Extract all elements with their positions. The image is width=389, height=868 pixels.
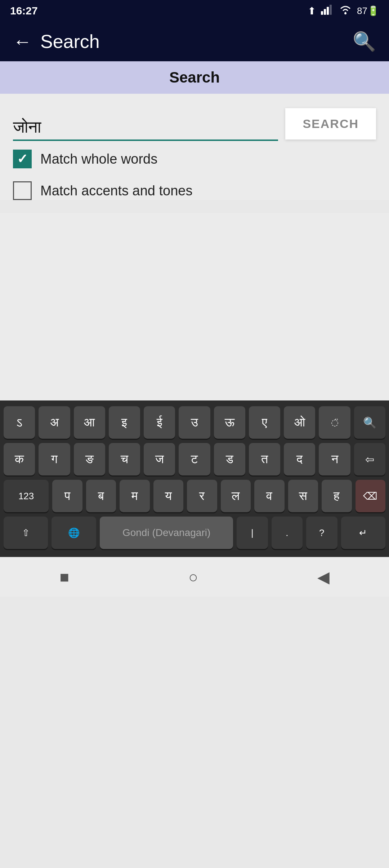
match-whole-words-row: ✓ Match whole words: [13, 150, 376, 168]
status-bar: 16:27 ⬆ 87🔋: [0, 0, 389, 22]
key-pipe[interactable]: |: [237, 517, 268, 549]
keyboard-row-3: 123 प ब म य र ल व स ह ⌫: [4, 480, 385, 512]
key-o[interactable]: ओ: [284, 406, 315, 439]
keyboard-row-2: क ग ङ च ज ट ड त द न ⇦: [4, 443, 385, 475]
key-da[interactable]: ड: [214, 443, 245, 475]
search-input-wrapper: [13, 114, 278, 141]
nav-bar: ■ ○ ◀: [0, 557, 389, 597]
match-whole-words-label: Match whole words: [40, 151, 157, 167]
key-pa[interactable]: प: [52, 480, 82, 512]
keyboard-row-1: ऽ अ आ इ ई उ ऊ ए ओ ◌̈ 🔍: [4, 406, 385, 439]
nav-circle-button[interactable]: ○: [188, 568, 198, 586]
key-nukta[interactable]: ◌̈: [319, 406, 350, 439]
key-globe[interactable]: 🌐: [52, 517, 96, 549]
svg-rect-0: [321, 11, 323, 15]
empty-content-area: [0, 213, 389, 400]
keyboard: ऽ अ आ इ ई उ ऊ ए ओ ◌̈ 🔍 क ग ङ च ज ट ड त द…: [0, 400, 389, 557]
key-a[interactable]: अ: [39, 406, 70, 439]
svg-point-4: [344, 12, 346, 14]
app-bar: ← Search 🔍: [0, 22, 389, 61]
main-content: SEARCH ✓ Match whole words Match accents…: [0, 94, 389, 200]
search-icon[interactable]: 🔍: [353, 31, 376, 53]
key-ha[interactable]: ह: [322, 480, 352, 512]
key-ka[interactable]: क: [4, 443, 35, 475]
key-question[interactable]: ?: [306, 517, 337, 549]
key-ma[interactable]: म: [120, 480, 149, 512]
key-uu[interactable]: ऊ: [214, 406, 245, 439]
svg-rect-1: [324, 9, 326, 15]
key-la[interactable]: ल: [221, 480, 251, 512]
search-input[interactable]: [13, 114, 278, 141]
key-sa[interactable]: स: [288, 480, 318, 512]
match-accents-label: Match accents and tones: [40, 183, 192, 199]
match-whole-words-checkbox[interactable]: ✓: [13, 150, 32, 168]
app-bar-left: ← Search: [13, 31, 100, 52]
section-header-title: Search: [169, 69, 220, 86]
search-input-row: SEARCH: [13, 108, 376, 141]
upload-icon: ⬆: [308, 5, 316, 17]
keyboard-row-4: ⇧ 🌐 Gondi (Devanagari) | . ? ↵: [4, 517, 385, 549]
back-button[interactable]: ←: [13, 31, 32, 52]
key-da2[interactable]: द: [284, 443, 315, 475]
key-ii[interactable]: ई: [144, 406, 175, 439]
key-va[interactable]: व: [254, 480, 284, 512]
key-u[interactable]: उ: [179, 406, 210, 439]
key-ta2[interactable]: त: [249, 443, 280, 475]
key-ba[interactable]: ब: [86, 480, 116, 512]
key-enter[interactable]: ↵: [341, 517, 385, 549]
signal-icon: [321, 5, 334, 17]
key-e[interactable]: ए: [249, 406, 280, 439]
key-ya[interactable]: य: [153, 480, 183, 512]
section-header: Search: [0, 61, 389, 94]
key-visarga[interactable]: ऽ: [4, 406, 35, 439]
key-period[interactable]: .: [272, 517, 303, 549]
key-ga[interactable]: ग: [39, 443, 70, 475]
key-ta[interactable]: ट: [179, 443, 210, 475]
key-nga[interactable]: ङ: [74, 443, 105, 475]
key-shift[interactable]: ⇧: [4, 517, 48, 549]
key-backspace2[interactable]: ⌫: [356, 480, 385, 512]
key-search[interactable]: 🔍: [354, 406, 385, 439]
svg-rect-3: [330, 5, 332, 15]
search-button[interactable]: SEARCH: [285, 108, 376, 140]
battery-icon: 87🔋: [357, 5, 379, 17]
svg-rect-2: [327, 7, 329, 15]
status-time: 16:27: [10, 5, 38, 17]
wifi-icon: [339, 5, 352, 17]
match-accents-row: Match accents and tones: [13, 181, 376, 200]
status-icons: ⬆ 87🔋: [308, 5, 379, 17]
match-accents-checkbox[interactable]: [13, 181, 32, 200]
key-123[interactable]: 123: [4, 480, 49, 512]
key-spacebar[interactable]: Gondi (Devanagari): [100, 517, 233, 549]
key-ca[interactable]: च: [109, 443, 140, 475]
nav-back-button[interactable]: ◀: [317, 568, 330, 586]
app-bar-title: Search: [40, 31, 100, 52]
checkmark-icon: ✓: [17, 151, 28, 167]
key-aa[interactable]: आ: [74, 406, 105, 439]
key-na[interactable]: न: [319, 443, 350, 475]
key-ja[interactable]: ज: [144, 443, 175, 475]
key-backspace[interactable]: ⇦: [354, 443, 385, 475]
key-i[interactable]: इ: [109, 406, 140, 439]
nav-square-button[interactable]: ■: [59, 568, 69, 586]
key-ra[interactable]: र: [187, 480, 217, 512]
